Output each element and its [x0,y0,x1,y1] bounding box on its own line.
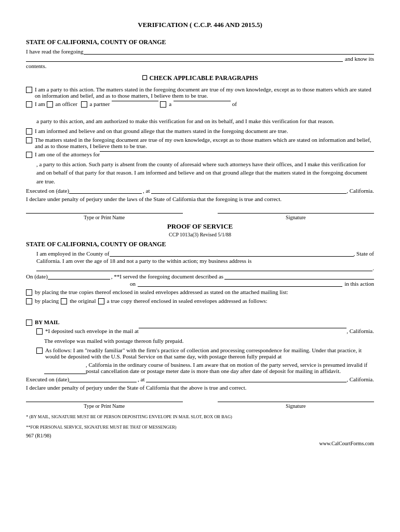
proof-title: PROOF OF SERVICE [26,222,374,231]
checkbox-5[interactable] [26,137,32,143]
california-line: California. I am over the age of 18 and … [36,258,374,264]
proof-subtitle: CCP 1013a(3) Revised 5/1/88 [26,232,374,237]
checkbox-placing-1[interactable] [26,289,32,296]
paragraph-4-text: I am informed and believe and on that gr… [35,128,288,134]
executed2-label: Executed on (date) [26,376,69,382]
signature-area: Type or Print Name Signature [26,213,374,220]
signature-label: Signature [218,215,375,220]
mailed-prepaid-text: The envelope was mailed with postage the… [44,337,374,345]
type-print-label-2: Type or Print Name [26,403,183,409]
signature-label-2: Signature [218,403,375,409]
checkbox-partner[interactable] [81,101,87,108]
officer-text: an officer [56,101,77,107]
foregoing-line: I have read the foregoing [26,48,374,55]
deposited-label: *I deposited such envelope in the mail a… [45,328,139,334]
by-placing-1-text: by placing the true copies thereof enclo… [35,289,288,295]
business-address-line: . [36,265,374,271]
executed-label: Executed on (date) [26,188,69,194]
paragraph-5-row: The matters stated in the foregoing docu… [26,137,374,149]
contents-text: contents. [26,63,374,69]
on-date-line: On (date) , **I served the foregoing doc… [26,273,374,280]
checkbox-4[interactable] [26,128,32,135]
paragraph-6-row: I am one of the attorneys for [26,151,374,158]
attorneys-label: I am one of the attorneys for [35,151,100,157]
paragraph-3-text: a party to this action, and am authorize… [36,117,374,126]
checkbox-placing-2[interactable] [26,298,32,304]
served-on-field[interactable] [138,286,342,287]
date-field[interactable] [48,279,110,280]
sig-block-right: Signature [218,213,375,220]
and-know-text: and know its [345,56,374,62]
executed-date-field[interactable] [69,193,142,194]
executed2-line: Executed on (date) , at , California. [26,376,374,382]
as-follows-text: As follows: I am "readily familiar" with… [45,347,374,360]
prepaid-end-text: , California in the ordinary course of b… [86,362,374,374]
at-label: , at [143,188,150,194]
paragraph-6b-text: , a party to this action. Such party is … [36,160,374,186]
california-text: , California. [346,188,374,194]
on-date-label: On (date) [26,273,48,280]
by-placing-2-row: by placing the original a true copy ther… [26,298,374,304]
checkbox-original[interactable] [61,298,67,304]
checkbox-2[interactable] [26,101,32,108]
paragraph-4-row: I am informed and believe and on that gr… [26,128,374,135]
deposited-row: *I deposited such envelope in the mail a… [36,328,374,335]
employed-label: I am employed in the County of [36,250,110,257]
partner-field[interactable] [112,101,158,101]
executed-line: Executed on (date) , at , California. [26,188,374,194]
know-contents-line: and know its [26,56,374,62]
address-field[interactable] [36,271,372,271]
as-follows-row: As follows: I am "readily familiar" with… [36,347,374,360]
paragraph-1-text: I am a party to this action. The matters… [35,86,374,99]
checkbox-1[interactable] [26,87,32,93]
california-line-text: California. I am over the age of 18 and … [36,258,251,264]
footnote-2: **FOR PERSONAL SERVICE, SIGNATURE MUST B… [26,424,374,430]
name-line-2[interactable] [26,402,183,402]
deposit-field[interactable] [139,328,346,328]
on-text: on [130,281,136,287]
checkbox-officer[interactable] [47,101,53,108]
checkbox-6[interactable] [26,152,32,158]
checkbox-deposited[interactable] [36,328,43,335]
true-copy-text: a true copy thereof enclosed in sealed e… [107,298,268,304]
foregoing-underline[interactable] [84,54,374,55]
sig-line-2[interactable] [218,402,375,402]
paragraph-5-text: The matters stated in the foregoing docu… [35,137,374,149]
a-text: a [169,101,171,107]
county-field[interactable] [110,256,354,257]
sig-line[interactable] [218,213,375,214]
at2-label: , at [138,376,144,382]
the-original-text: the original [70,298,96,304]
type-print-label: Type or Print Name [26,215,183,220]
in-this-action-text: in this action [344,281,374,287]
employed-line: I am employed in the County of , State o… [36,250,374,257]
document-field[interactable] [224,279,374,280]
checkbox-true-copy[interactable] [98,298,104,304]
contents-underline[interactable] [26,61,343,62]
by-placing-1-row: by placing the true copies thereof enclo… [26,289,374,296]
by-mail-row: BY MAIL [26,319,374,326]
executed-location-field[interactable] [151,193,347,194]
name-line[interactable] [26,213,183,214]
on-line: on in this action [130,281,374,287]
checkbox-a[interactable] [160,101,166,108]
a-field[interactable] [174,101,231,101]
perjury2-text: I declare under penalty of perjury under… [26,383,374,392]
served-label: , **I served the foregoing document desc… [111,273,223,280]
prepaid-field[interactable] [44,374,86,374]
attorneys-field[interactable] [100,151,374,152]
website: www.CalCourtForms.com [26,441,374,446]
paragraph-2-row: I am an officer a partner a of [26,101,374,108]
executed2-location-field[interactable] [146,382,347,382]
checkbox-as-follows[interactable] [36,348,43,354]
checkbox-by-mail[interactable] [26,320,32,326]
executed2-date-field[interactable] [69,382,137,382]
of-text: of [232,101,237,107]
signature-area-2: Type or Print Name Signature [26,402,374,409]
california2-text: , California. [346,376,374,382]
check-header: ☐ CHECK APPLICABLE PARAGRAPHS [26,74,374,82]
state-header: STATE OF CALIFORNIA, COUNTY OF ORANGE [26,38,374,46]
deposited-end: , California. [346,328,374,334]
iam-text: I am [35,101,45,107]
name-block-2: Type or Print Name [26,402,183,409]
